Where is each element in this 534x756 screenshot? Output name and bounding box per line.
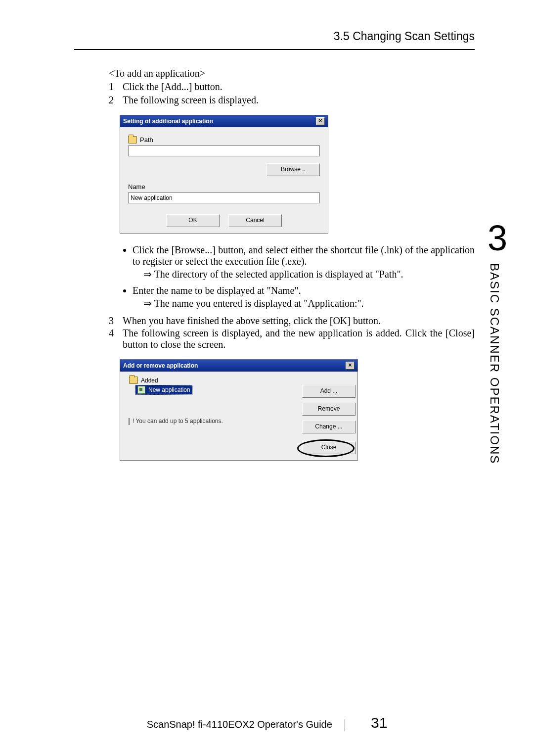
footer-page-number: 31 [371, 714, 387, 731]
step-3: 3 When you have finished the above setti… [109, 315, 475, 327]
application-list-item[interactable]: New application [135, 385, 193, 395]
chapter-side-tab: 3 BASIC SCANNER OPERATIONS [488, 218, 507, 464]
added-label: Added [141, 377, 158, 384]
step-4: 4 The following screen is displayed, and… [109, 328, 475, 350]
step-4-num: 4 [109, 328, 123, 350]
step-2-num: 2 [109, 94, 123, 106]
dialog1-title-text: Setting of additional application [123, 118, 213, 125]
dialog2-title-text: Add or remove application [123, 362, 198, 369]
close-button[interactable]: Close [302, 441, 356, 454]
application-list: New application ! You can add up to 5 ap… [126, 385, 295, 454]
folder-icon [129, 377, 138, 384]
note-text: ! You can add up to 5 applications. [126, 418, 295, 425]
step-3-text: When you have finished the above setting… [123, 315, 381, 327]
app-item-label: New application [148, 386, 190, 393]
name-input[interactable]: New application [128, 192, 320, 203]
section-header: 3.5 Changing Scan Settings [74, 30, 475, 50]
chapter-title: BASIC SCANNER OPERATIONS [488, 263, 501, 464]
step-1-num: 1 [109, 81, 123, 93]
remove-button[interactable]: Remove [302, 403, 356, 416]
change-button[interactable]: Change ... [302, 421, 356, 433]
path-label: Path [140, 136, 153, 143]
bullet1-text: Click the [Browse...] button, and select… [133, 244, 475, 267]
name-label: Name [128, 183, 320, 190]
dialog1-close-button[interactable]: × [316, 117, 325, 125]
section-title: 3.5 Changing Scan Settings [334, 30, 475, 43]
path-input[interactable] [128, 145, 320, 156]
step-4-text: The following screen is displayed, and t… [123, 328, 475, 350]
dialog2-close-button[interactable]: × [346, 362, 355, 370]
step-3-num: 3 [109, 315, 123, 327]
footer-doc-title: ScanSnap! fi-4110EOX2 Operator's Guide [147, 719, 332, 730]
step-2-text: The following screen is displayed. [123, 94, 259, 106]
app-icon [137, 386, 145, 394]
bullet2-text: Enter the name to be displayed at "Name"… [133, 285, 301, 296]
browse-button[interactable]: Browse .. [267, 163, 320, 176]
dialog-add-remove-application: Add or remove application × Added New ap… [120, 359, 358, 461]
intro-text: <To add an application> [109, 68, 475, 79]
arrow1-text: ⇒ The directory of the selected applicat… [143, 269, 403, 280]
add-button[interactable]: Add ... [302, 385, 356, 398]
step-2: 2 The following screen is displayed. [109, 94, 475, 106]
arrow2-text: ⇒ The name you entered is displayed at "… [143, 298, 364, 309]
chapter-number: 3 [488, 218, 507, 258]
ok-button[interactable]: OK [166, 214, 220, 227]
dialog2-titlebar: Add or remove application × [120, 360, 357, 372]
added-heading: Added [129, 377, 352, 384]
bullet-block-1: Click the [Browse...] button, and select… [123, 244, 475, 309]
step-1: 1 Click the [Add...] button. [109, 81, 475, 93]
page-footer: ScanSnap! fi-4110EOX2 Operator's Guide 3… [0, 714, 534, 731]
dialog-setting-additional-application: Setting of additional application × Path… [120, 115, 328, 234]
folder-icon [128, 136, 137, 143]
dialog1-titlebar: Setting of additional application × [120, 115, 328, 127]
cancel-button[interactable]: Cancel [228, 214, 282, 227]
footer-separator [345, 719, 345, 731]
step-1-text: Click the [Add...] button. [123, 81, 222, 93]
